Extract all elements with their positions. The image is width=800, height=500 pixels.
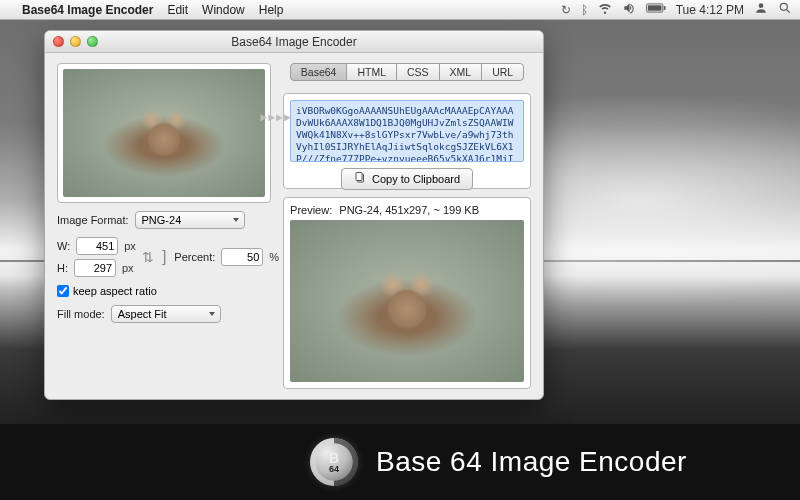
window-titlebar[interactable]: Base64 Image Encoder: [45, 31, 543, 53]
product-banner: B 64 Base 64 Image Encoder: [0, 424, 800, 500]
encoded-output[interactable]: iVBORw0KGgoAAAANSUhEUgAAAcMAAAEpCAYAAADv…: [290, 100, 524, 162]
banner-title: Base 64 Image Encoder: [376, 446, 687, 478]
arrow-right-icon: ►►►►: [258, 111, 290, 123]
height-label: H:: [57, 262, 68, 274]
spotlight-icon[interactable]: [778, 1, 792, 18]
fill-mode-select[interactable]: Aspect Fit: [111, 305, 221, 323]
keep-aspect-checkbox[interactable]: [57, 285, 69, 297]
height-unit: px: [122, 262, 134, 274]
tab-css[interactable]: CSS: [396, 63, 440, 81]
tab-html[interactable]: HTML: [346, 63, 397, 81]
copy-to-clipboard-button[interactable]: Copy to Clipboard: [341, 168, 473, 190]
window-title: Base64 Image Encoder: [231, 35, 356, 49]
volume-icon[interactable]: [622, 1, 636, 18]
output-format-tabs: Base64 HTML CSS XML URL: [283, 63, 531, 81]
close-button[interactable]: [53, 36, 64, 47]
minimize-button[interactable]: [70, 36, 81, 47]
menu-clock[interactable]: Tue 4:12 PM: [676, 3, 744, 17]
link-dimensions-icon[interactable]: ⇅: [142, 249, 154, 265]
height-input[interactable]: [74, 259, 116, 277]
percent-unit: %: [269, 251, 279, 263]
product-logo: B 64: [310, 438, 358, 486]
user-icon[interactable]: [754, 1, 768, 18]
wifi-icon[interactable]: [598, 1, 612, 18]
image-format-select[interactable]: PNG-24: [135, 211, 245, 229]
preview-meta: PNG-24, 451x297, ~ 199 KB: [339, 204, 479, 216]
menu-window[interactable]: Window: [202, 3, 245, 17]
zoom-button[interactable]: [87, 36, 98, 47]
right-panel: Base64 HTML CSS XML URL iVBORw0KGgoAAAAN…: [279, 53, 543, 399]
preview-box: Preview: PNG-24, 451x297, ~ 199 KB: [283, 197, 531, 389]
clipboard-icon: [354, 172, 366, 186]
svg-rect-2: [663, 6, 665, 10]
bluetooth-icon[interactable]: ᛒ: [581, 3, 588, 17]
keep-aspect-label: keep aspect ratio: [73, 285, 157, 297]
source-image: [63, 69, 265, 197]
width-input[interactable]: [76, 237, 118, 255]
svg-point-3: [780, 3, 787, 10]
width-unit: px: [124, 240, 136, 252]
svg-rect-6: [356, 173, 362, 181]
tab-base64[interactable]: Base64: [290, 63, 348, 81]
battery-icon[interactable]: [646, 2, 666, 17]
menu-edit[interactable]: Edit: [167, 3, 188, 17]
image-format-label: Image Format:: [57, 214, 129, 226]
width-label: W:: [57, 240, 70, 252]
app-window: Base64 Image Encoder Image Format: PNG-2…: [44, 30, 544, 400]
svg-line-4: [787, 10, 790, 13]
percent-label: Percent:: [174, 251, 215, 263]
output-box: iVBORw0KGgoAAAANSUhEUgAAAcMAAAEpCAYAAADv…: [283, 93, 531, 189]
arrow-indicator: ►►►►: [265, 111, 283, 123]
source-image-well[interactable]: [57, 63, 271, 203]
preview-label-prefix: Preview:: [290, 204, 332, 216]
percent-input[interactable]: [221, 248, 263, 266]
left-panel: Image Format: PNG-24 W: px H:: [45, 53, 279, 399]
tab-xml[interactable]: XML: [439, 63, 483, 81]
logo-number: 64: [329, 465, 339, 474]
preview-image: [290, 220, 524, 382]
copy-button-label: Copy to Clipboard: [372, 173, 460, 185]
menu-help[interactable]: Help: [259, 3, 284, 17]
keep-aspect-checkbox-row[interactable]: keep aspect ratio: [57, 285, 271, 297]
fill-mode-label: Fill mode:: [57, 308, 105, 320]
tab-url[interactable]: URL: [481, 63, 524, 81]
menu-app-name[interactable]: Base64 Image Encoder: [22, 3, 153, 17]
menu-bar: Base64 Image Encoder Edit Window Help ↻ …: [0, 0, 800, 20]
svg-rect-1: [648, 5, 662, 10]
timemachine-icon[interactable]: ↻: [561, 3, 571, 17]
bracket-icon: ]: [160, 248, 168, 266]
